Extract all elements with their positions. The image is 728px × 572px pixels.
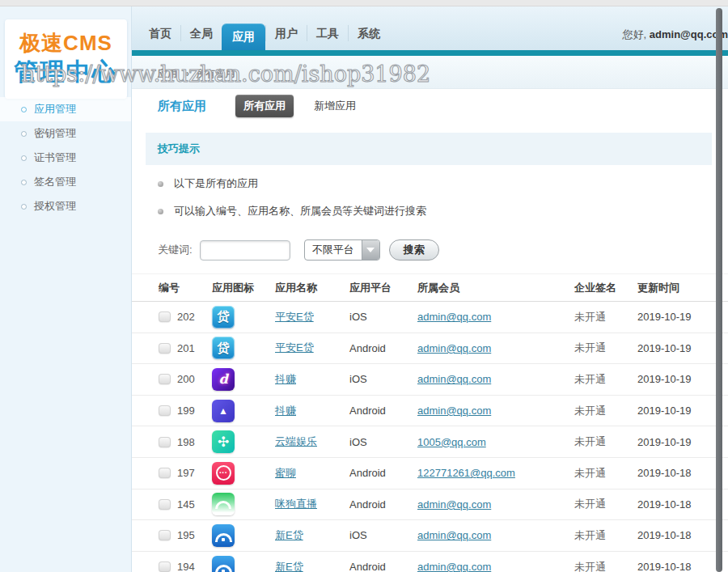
logo-line2: 管理中心 bbox=[15, 56, 118, 89]
cell-signature: 未开通 bbox=[574, 466, 637, 481]
cell-name: 平安E贷 bbox=[275, 310, 349, 324]
table-row: 201贷平安E贷Androidadmin@qq.com未开通2019-10-19 bbox=[132, 333, 728, 365]
bullet-icon bbox=[21, 155, 27, 161]
row-checkbox[interactable] bbox=[159, 561, 171, 572]
bullet-icon bbox=[21, 131, 27, 137]
cell-id: 200 bbox=[159, 373, 212, 385]
member-link[interactable]: admin@qq.com bbox=[417, 373, 491, 385]
cell-platform: iOS bbox=[349, 529, 417, 541]
member-link[interactable]: admin@qq.com bbox=[417, 561, 491, 572]
platform-select[interactable]: 不限平台 bbox=[304, 239, 380, 261]
bullet-dot-icon bbox=[158, 181, 163, 187]
cell-icon: d bbox=[212, 368, 275, 391]
table-row: 145咪狗直播Androidadmin@qq.com未开通2019-10-18 bbox=[132, 489, 728, 521]
table-body: 202贷平安E贷iOSadmin@qq.com未开通2019-10-19201贷… bbox=[132, 302, 728, 572]
row-checkbox[interactable] bbox=[159, 530, 171, 540]
row-checkbox[interactable] bbox=[159, 343, 171, 354]
table-row: 199▲抖赚Androidadmin@qq.com未开通2019-10-19 bbox=[132, 396, 728, 427]
app-id: 145 bbox=[177, 498, 195, 511]
breadcrumb-band: 应用 » 所有应用 bbox=[132, 56, 728, 89]
app-name-link[interactable]: 咪狗直播 bbox=[275, 498, 317, 510]
tips-list: 以下是所有的应用可以输入编号、应用名称、所属会员等关键词进行搜索 bbox=[146, 170, 712, 225]
sidebar-item-0[interactable]: 应用管理 bbox=[0, 97, 131, 121]
app-name-link[interactable]: 抖赚 bbox=[275, 373, 296, 385]
col-header-platform: 应用平台 bbox=[349, 281, 417, 295]
cell-name: 抖赚 bbox=[275, 372, 349, 387]
app-name-link[interactable]: 云端娱乐 bbox=[275, 435, 317, 447]
cell-icon bbox=[212, 556, 275, 572]
tab-new-app[interactable]: 新增应用 bbox=[306, 95, 364, 117]
keyword-input[interactable] bbox=[200, 240, 290, 261]
cell-id: 195 bbox=[159, 529, 212, 541]
cell-name: 抖赚 bbox=[275, 404, 349, 418]
row-checkbox[interactable] bbox=[159, 374, 171, 384]
row-checkbox[interactable] bbox=[159, 499, 171, 510]
table-row: 194新E贷Androidadmin@qq.com未开通2019-10-18 bbox=[132, 552, 728, 572]
app-id: 194 bbox=[177, 561, 195, 572]
nav-item-3[interactable]: 用户 bbox=[265, 25, 307, 41]
sidebar-item-3[interactable]: 签名管理 bbox=[0, 170, 131, 194]
member-link[interactable]: admin@qq.com bbox=[417, 311, 491, 323]
xin-eloan-icon bbox=[212, 556, 235, 572]
header: 首页全局应用用户工具系统 您好, admin@qq.com bbox=[132, 6, 728, 50]
cell-updated: 2019-10-18 bbox=[637, 467, 728, 479]
tips-item-text: 以下是所有的应用 bbox=[174, 176, 258, 191]
cell-platform: iOS bbox=[349, 311, 417, 323]
breadcrumb: 应用 » 所有应用 bbox=[132, 56, 728, 81]
sidebar-item-4[interactable]: 授权管理 bbox=[0, 194, 131, 218]
nav-item-1[interactable]: 全局 bbox=[180, 25, 222, 41]
apps-table: 编号 应用图标 应用名称 应用平台 所属会员 企业签名 更新时间 202贷平安E… bbox=[132, 273, 728, 572]
main-content: 所有应用 所有应用 新增应用 技巧提示 以下是所有的应用可以输入编号、应用名称、… bbox=[132, 89, 728, 572]
cell-platform: iOS bbox=[349, 373, 417, 385]
row-checkbox[interactable] bbox=[159, 468, 171, 478]
cell-platform: Android bbox=[349, 405, 417, 417]
row-checkbox[interactable] bbox=[159, 437, 171, 447]
cell-signature: 未开通 bbox=[574, 560, 637, 572]
col-header-updated: 更新时间 bbox=[637, 281, 728, 295]
vertical-scrollbar[interactable] bbox=[716, 8, 722, 572]
cell-id: 145 bbox=[159, 498, 212, 511]
cell-platform: Android bbox=[349, 467, 417, 479]
tips-item-1: 可以输入编号、应用名称、所属会员等关键词进行搜索 bbox=[158, 197, 712, 225]
app-name-link[interactable]: 平安E贷 bbox=[275, 311, 314, 323]
member-link[interactable]: admin@qq.com bbox=[417, 342, 491, 354]
sidebar-item-1[interactable]: 密钥管理 bbox=[0, 121, 131, 146]
row-checkbox[interactable] bbox=[159, 405, 171, 416]
chevron-down-icon[interactable] bbox=[362, 240, 379, 260]
main-nav: 首页全局应用用户工具系统 bbox=[140, 23, 389, 50]
app-name-link[interactable]: 蜜聊 bbox=[275, 467, 296, 479]
cell-member: admin@qq.com bbox=[417, 405, 574, 417]
app-id: 201 bbox=[177, 342, 195, 354]
nav-item-4[interactable]: 工具 bbox=[307, 25, 348, 41]
app-name-link[interactable]: 平安E贷 bbox=[275, 341, 314, 354]
member-link[interactable]: admin@qq.com bbox=[417, 529, 491, 541]
nav-item-2[interactable]: 应用 bbox=[222, 23, 265, 50]
cell-updated: 2019-10-19 bbox=[637, 342, 728, 354]
nav-item-0[interactable]: 首页 bbox=[140, 25, 180, 41]
nav-item-5[interactable]: 系统 bbox=[348, 25, 389, 41]
app-name-link[interactable]: 抖赚 bbox=[275, 405, 296, 417]
sidebar-item-label: 签名管理 bbox=[34, 175, 76, 189]
cell-member: admin@qq.com bbox=[417, 342, 574, 354]
col-header-signature: 企业签名 bbox=[574, 281, 637, 295]
breadcrumb-section[interactable]: 应用 bbox=[158, 68, 177, 79]
app-name-link[interactable]: 新E贷 bbox=[275, 529, 303, 541]
search-button[interactable]: 搜索 bbox=[389, 239, 439, 261]
tab-all-apps[interactable]: 所有应用 bbox=[235, 95, 294, 117]
member-link[interactable]: admin@qq.com bbox=[417, 405, 491, 417]
cell-updated: 2019-10-18 bbox=[637, 529, 728, 541]
sidebar-item-2[interactable]: 证书管理 bbox=[0, 146, 131, 170]
cell-updated: 2019-10-18 bbox=[637, 561, 728, 572]
member-link[interactable]: admin@qq.com bbox=[417, 498, 491, 511]
app-id: 199 bbox=[177, 405, 195, 417]
row-checkbox[interactable] bbox=[159, 311, 171, 322]
cell-member: admin@qq.com bbox=[417, 498, 574, 511]
logo-line1: 极速CMS bbox=[19, 29, 112, 57]
cell-member: admin@qq.com bbox=[417, 373, 574, 385]
window-top-strip bbox=[0, 0, 728, 6]
app-name-link[interactable]: 新E贷 bbox=[275, 561, 303, 572]
sidebar-item-label: 证书管理 bbox=[34, 150, 76, 165]
member-link[interactable]: 1005@qq.com bbox=[417, 436, 486, 448]
member-link[interactable]: 122771261@qq.com bbox=[417, 467, 515, 479]
app-id: 198 bbox=[177, 436, 195, 448]
